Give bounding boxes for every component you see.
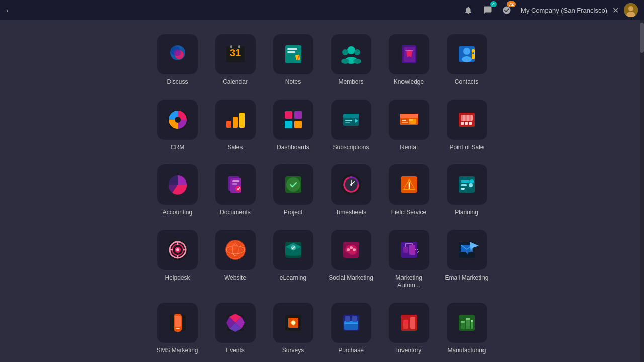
topbar: › 4 72 My Company (San Francisco) ✕	[0, 0, 644, 20]
surveys-icon	[273, 303, 313, 343]
svg-point-21	[341, 59, 349, 64]
accounting-label: Accounting	[163, 209, 192, 217]
svg-rect-78	[461, 184, 467, 186]
crm-icon	[157, 100, 198, 140]
app-dashboards[interactable]: Dashboards	[266, 96, 321, 156]
svg-text:31: 31	[229, 47, 240, 58]
svg-rect-14	[287, 51, 295, 53]
app-manufacturing[interactable]: Manufacturing	[439, 299, 495, 359]
contacts-label: Contacts	[455, 78, 478, 86]
scrollbar[interactable]	[640, 20, 644, 362]
svg-rect-43	[345, 122, 350, 123]
app-crm[interactable]: CRM	[150, 96, 205, 156]
manufacturing-label: Manufacturing	[447, 347, 486, 355]
svg-rect-37	[294, 111, 302, 119]
knowledge-icon	[389, 34, 429, 74]
app-members[interactable]: Members	[324, 30, 379, 90]
app-elearning[interactable]: eLearning	[266, 226, 321, 294]
app-events[interactable]: Events	[208, 299, 263, 359]
app-discuss[interactable]: Discuss	[150, 30, 205, 90]
app-inventory[interactable]: Inventory	[381, 299, 437, 359]
chat-button[interactable]: 4	[480, 3, 495, 17]
app-email-marketing[interactable]: Email Marketing	[439, 226, 495, 294]
email-marketing-label: Email Marketing	[445, 274, 488, 282]
sales-label: Sales	[227, 144, 243, 152]
app-field-service[interactable]: Field Service	[381, 160, 437, 221]
app-sms-marketing[interactable]: SMS Marketing	[150, 299, 205, 359]
purchase-icon	[331, 303, 371, 343]
topbar-left: ›	[6, 6, 9, 14]
scrollbar-thumb[interactable]	[640, 23, 644, 53]
app-notes[interactable]: Notes	[266, 30, 321, 90]
activity-button[interactable]: 72	[500, 3, 514, 17]
calendar-label: Calendar	[223, 78, 248, 86]
app-timesheets[interactable]: Timesheets	[324, 160, 379, 221]
app-social-marketing[interactable]: Social Marketing	[324, 226, 379, 294]
marketing-autom-label: Marketing Autom...	[385, 274, 433, 290]
app-marketing-autom[interactable]: Marketing Autom...	[381, 226, 437, 294]
svg-rect-105	[409, 245, 415, 255]
svg-point-17	[347, 46, 355, 54]
helpdesk-icon	[157, 230, 198, 270]
svg-point-81	[469, 183, 473, 187]
members-icon	[331, 34, 371, 74]
discuss-icon	[157, 34, 198, 74]
svg-rect-55	[465, 115, 467, 121]
svg-point-100	[347, 248, 350, 251]
planning-icon	[447, 164, 487, 205]
knowledge-label: Knowledge	[394, 78, 424, 86]
close-button[interactable]: ✕	[612, 6, 619, 15]
app-knowledge[interactable]: Knowledge	[381, 30, 437, 90]
app-documents[interactable]: Documents	[208, 160, 263, 221]
svg-point-1	[628, 6, 633, 11]
email-marketing-icon	[447, 230, 487, 270]
svg-rect-52	[465, 122, 468, 125]
app-purchase[interactable]: Purchase	[324, 299, 379, 359]
elearning-icon	[273, 230, 313, 270]
notes-icon	[273, 34, 313, 74]
notifications-button[interactable]	[461, 3, 475, 17]
pos-label: Point of Sale	[449, 144, 484, 152]
planning-label: Planning	[455, 209, 478, 217]
app-calendar[interactable]: 31 Calendar	[208, 30, 263, 90]
svg-rect-56	[469, 115, 471, 121]
accounting-icon	[157, 164, 198, 205]
app-contacts[interactable]: Contacts	[439, 30, 495, 90]
svg-rect-131	[471, 320, 473, 322]
marketing-autom-icon	[389, 230, 429, 270]
app-rental[interactable]: Rental	[381, 96, 437, 156]
field-service-icon	[389, 164, 429, 205]
inventory-label: Inventory	[396, 347, 421, 355]
dashboards-label: Dashboards	[277, 144, 309, 152]
rental-label: Rental	[400, 144, 418, 152]
app-website[interactable]: Website	[208, 226, 263, 294]
app-subscriptions[interactable]: Subscriptions	[324, 96, 379, 156]
app-sales[interactable]: Sales	[208, 96, 263, 156]
sidebar-toggle-button[interactable]: ›	[6, 6, 9, 14]
avatar[interactable]	[624, 3, 638, 17]
svg-point-102	[353, 248, 356, 251]
topbar-right: 4 72 My Company (San Francisco) ✕	[461, 3, 638, 17]
timesheets-icon	[331, 164, 371, 205]
dashboards-icon	[273, 100, 313, 140]
app-helpdesk[interactable]: Helpdesk	[150, 226, 205, 294]
app-accounting[interactable]: Accounting	[150, 160, 205, 221]
svg-rect-33	[226, 121, 231, 128]
events-icon	[215, 303, 256, 343]
app-surveys[interactable]: Surveys	[266, 299, 321, 359]
app-project[interactable]: Project	[266, 160, 321, 221]
helpdesk-label: Helpdesk	[165, 274, 190, 282]
svg-point-32	[175, 117, 181, 123]
svg-rect-45	[400, 114, 418, 118]
surveys-label: Surveys	[282, 347, 304, 355]
chat-badge: 4	[490, 1, 497, 7]
svg-rect-54	[461, 115, 463, 121]
apps-grid: Discuss 31 Calendar	[150, 30, 495, 359]
app-planning[interactable]: Planning	[439, 160, 495, 221]
app-pos[interactable]: Point of Sale	[439, 96, 495, 156]
svg-rect-11	[238, 45, 240, 48]
subscriptions-icon	[331, 100, 371, 140]
svg-rect-119	[352, 316, 357, 322]
svg-point-27	[463, 48, 470, 55]
documents-icon	[215, 164, 256, 205]
